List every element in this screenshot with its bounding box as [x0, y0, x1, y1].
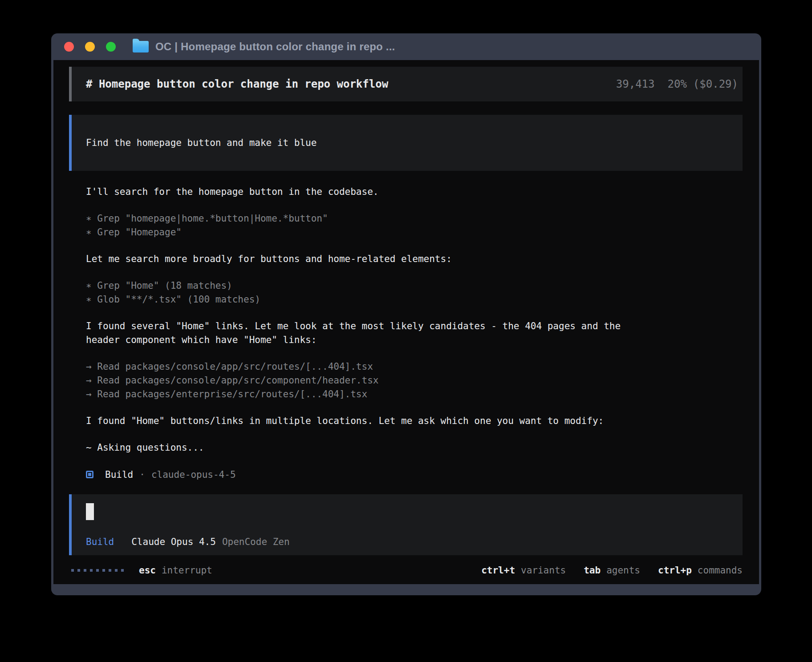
spinner-dot — [84, 569, 86, 572]
shortcut-label: variants — [521, 565, 566, 576]
zoom-button[interactable] — [106, 42, 116, 52]
tool-call-line: ∗ Grep "Home" (18 matches) — [86, 279, 627, 293]
spinner-dot — [115, 569, 118, 572]
agent-square-icon — [86, 471, 93, 478]
assistant-paragraph: Let me search more broadly for buttons a… — [86, 252, 627, 266]
spinner-dot — [71, 569, 74, 572]
shortcut-agents: tab agents — [584, 565, 640, 576]
assistant-text-line: Let me search more broadly for buttons a… — [86, 252, 627, 266]
spinner-dots — [71, 569, 124, 572]
shortcut-commands: ctrl+p commands — [658, 565, 743, 576]
input-model-label: Claude Opus 4.5 — [131, 537, 216, 547]
tool-call-line: → Read packages/console/app/src/componen… — [86, 374, 627, 388]
assistant-paragraph: I found "Home" buttons/links in multiple… — [86, 414, 627, 428]
esc-label: interrupt — [162, 565, 212, 576]
session-stats: 39,413 20% ($0.29) — [616, 78, 738, 90]
tool-call-group: ∗ Grep "Home" (18 matches)∗ Glob "**/*.t… — [86, 279, 627, 307]
traffic-lights — [64, 42, 116, 52]
prompt-input[interactable]: Build Claude Opus 4.5 OpenCode Zen — [69, 494, 743, 555]
tool-call-line: ∗ Grep "Homepage" — [86, 226, 627, 239]
assistant-text-line: I found several "Home" links. Let me loo… — [86, 319, 627, 347]
spinner-dot — [90, 569, 93, 572]
shortcut-key: tab — [584, 565, 601, 576]
agent-status-row: Build · claude-opus-4-5 — [86, 468, 743, 481]
input-provider-label: OpenCode Zen — [222, 537, 290, 547]
session-header: # Homepage button color change in repo w… — [69, 67, 743, 101]
assistant-text-line: I'll search for the homepage button in t… — [86, 185, 627, 199]
assistant-paragraph: ~ Asking questions... — [86, 441, 627, 455]
spinner-dot — [109, 569, 111, 572]
tool-call-line: → Read packages/console/app/src/routes/[… — [86, 360, 627, 374]
window-title: OC | Homepage button color change in rep… — [155, 40, 395, 53]
close-button[interactable] — [64, 42, 74, 52]
spinner-dot — [102, 569, 105, 572]
tool-call-line: ∗ Grep "homepage|home.*button|Home.*butt… — [86, 212, 627, 226]
folder-icon — [133, 41, 149, 52]
text-cursor — [86, 503, 94, 520]
shortcut-variants: ctrl+t variants — [481, 565, 566, 576]
input-agent-label: Build — [86, 537, 114, 547]
agent-model: claude-opus-4-5 — [151, 469, 236, 480]
conversation: I'll search for the homepage button in t… — [86, 185, 627, 468]
agent-separator: · — [139, 469, 145, 480]
agent-name: Build — [105, 469, 133, 480]
terminal-content: # Homepage button color change in repo w… — [53, 60, 759, 584]
shortcut-key: ctrl+t — [481, 565, 515, 576]
tool-call-group: ∗ Grep "homepage|home.*button|Home.*butt… — [86, 212, 627, 239]
shortcut-key: ctrl+p — [658, 565, 692, 576]
minimize-button[interactable] — [85, 42, 95, 52]
spinner-dot — [121, 569, 124, 572]
tool-call-group: → Read packages/console/app/src/routes/[… — [86, 360, 627, 401]
terminal-window: OC | Homepage button color change in rep… — [51, 33, 761, 595]
user-message-text: Find the homepage button and make it blu… — [86, 137, 317, 148]
assistant-text-line: ~ Asking questions... — [86, 441, 627, 455]
shortcut-label: agents — [606, 565, 640, 576]
status-bar: esc interrupt ctrl+t variants tab agents… — [69, 561, 743, 579]
context-percent: 20% — [667, 78, 686, 90]
tool-call-line: ∗ Glob "**/*.tsx" (100 matches) — [86, 293, 627, 307]
esc-key: esc — [139, 565, 156, 576]
spinner-dot — [96, 569, 99, 572]
window-titlebar: OC | Homepage button color change in rep… — [53, 33, 759, 60]
spinner-dot — [77, 569, 80, 572]
tool-call-line: → Read packages/enterprise/src/routes/[.… — [86, 388, 627, 401]
user-message: Find the homepage button and make it blu… — [69, 115, 743, 171]
assistant-text-line: I found "Home" buttons/links in multiple… — [86, 414, 627, 428]
assistant-paragraph: I found several "Home" links. Let me loo… — [86, 319, 627, 347]
input-meta: Build Claude Opus 4.5 OpenCode Zen — [86, 537, 732, 547]
session-cost: ($0.29) — [693, 78, 738, 90]
session-title: # Homepage button color change in repo w… — [86, 78, 388, 90]
assistant-paragraph: I'll search for the homepage button in t… — [86, 185, 627, 199]
shortcut-label: commands — [698, 565, 743, 576]
token-count: 39,413 — [616, 78, 655, 90]
